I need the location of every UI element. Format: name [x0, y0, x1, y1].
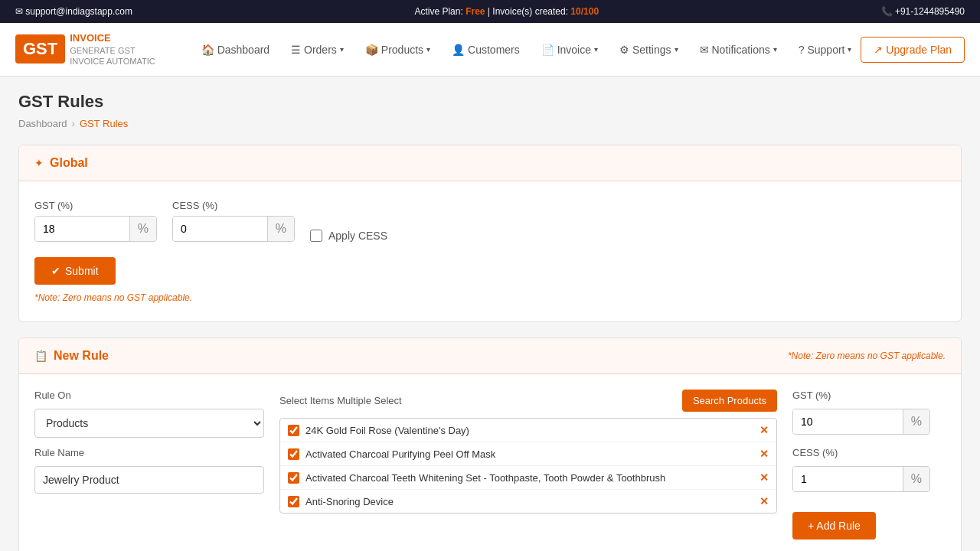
apply-cess-checkbox[interactable] — [310, 230, 322, 242]
gst-cess-section: GST (%) % CESS (%) % + Add Rule — [792, 390, 946, 540]
cess-group: CESS (%) % — [172, 200, 295, 242]
item-name-0: 24K Gold Foil Rose (Valentine's Day) — [305, 425, 753, 436]
global-card-header: ✦ Global — [19, 145, 961, 181]
cess-percent-icon: % — [267, 217, 294, 241]
upgrade-button[interactable]: ↗ Upgrade Plan — [861, 37, 965, 63]
global-form-row: GST (%) % CESS (%) % Apply CESS — [34, 200, 946, 242]
submit-button[interactable]: ✔ Submit — [34, 257, 116, 285]
add-rule-button[interactable]: + Add Rule — [792, 512, 876, 540]
items-header: Select Items Multiple Select Search Prod… — [279, 390, 777, 412]
topbar-plan: Active Plan: Free | Invoice(s) created: … — [414, 6, 599, 17]
new-rule-grid: Rule On Products Customers Categories Ru… — [34, 390, 946, 540]
new-rule-note: *Note: Zero means no GST applicable. — [788, 350, 946, 361]
gst-percent-icon: % — [129, 217, 156, 241]
nav-products[interactable]: 📦 Products ▾ — [356, 37, 439, 62]
new-rule-card-header: 📋 New Rule *Note: Zero means no GST appl… — [19, 338, 961, 374]
nav-links: 🏠 Dashboard ☰ Orders ▾ 📦 Products ▾ 👤 Cu… — [192, 37, 861, 62]
new-rule-body: Rule On Products Customers Categories Ru… — [19, 374, 961, 551]
item-checkbox-1[interactable] — [288, 448, 299, 460]
rule-gst-input[interactable] — [793, 409, 903, 434]
global-card: ✦ Global GST (%) % CESS (%) % — [18, 145, 962, 322]
global-card-title: Global — [50, 156, 88, 170]
rule-cess-group: CESS (%) % — [792, 447, 946, 492]
item-name-3: Anti-Snoring Device — [305, 496, 753, 507]
search-products-button[interactable]: Search Products — [682, 390, 777, 412]
breadcrumb: Dashboard › GST Rules — [18, 118, 962, 129]
list-item: Activated Charcoal Purifying Peel Off Ma… — [280, 442, 776, 466]
nav-right: ↗ Upgrade Plan — [861, 37, 965, 63]
gst-input[interactable] — [35, 217, 129, 241]
breadcrumb-home[interactable]: Dashboard — [18, 118, 67, 129]
rule-on-select[interactable]: Products Customers Categories — [34, 409, 264, 438]
rule-gst-group: GST (%) % — [792, 390, 946, 435]
new-rule-icon: 📋 — [34, 350, 47, 362]
gst-label: GST (%) — [34, 200, 157, 211]
list-item: 24K Gold Foil Rose (Valentine's Day) ✕ — [280, 419, 776, 442]
topbar-email: ✉ support@indiagstapp.com — [15, 6, 132, 17]
logo-icon: GST — [15, 34, 65, 64]
item-checkbox-3[interactable] — [288, 496, 299, 507]
new-rule-header-left: 📋 New Rule — [34, 349, 109, 363]
gst-group: GST (%) % — [34, 200, 157, 242]
global-note: *Note: Zero means no GST applicable. — [34, 292, 946, 303]
new-rule-title: New Rule — [54, 349, 109, 363]
items-section: Select Items Multiple Select Search Prod… — [279, 390, 777, 514]
rule-gst-percent-icon: % — [903, 409, 929, 434]
rule-on-label: Rule On — [34, 390, 264, 401]
breadcrumb-separator: › — [72, 118, 75, 129]
rule-name-group: Rule Name — [34, 447, 264, 494]
item-remove-1[interactable]: ✕ — [760, 448, 769, 460]
cess-input-wrapper: % — [172, 216, 295, 242]
rule-name-input[interactable] — [34, 466, 264, 494]
nav-invoice[interactable]: 📄 Invoice ▾ — [532, 37, 607, 62]
page-title: GST Rules — [18, 92, 962, 112]
item-name-1: Activated Charcoal Purifying Peel Off Ma… — [305, 448, 753, 460]
apply-cess-row: Apply CESS — [310, 230, 387, 242]
rule-on-section: Rule On Products Customers Categories Ru… — [34, 390, 264, 494]
topbar-phone: 📞 +91-1244895490 — [881, 6, 965, 17]
item-remove-0[interactable]: ✕ — [760, 424, 769, 436]
rule-cess-percent-icon: % — [903, 467, 929, 491]
list-item: Anti-Snoring Device ✕ — [280, 490, 776, 513]
global-card-header-left: ✦ Global — [34, 156, 88, 170]
items-list: 24K Gold Foil Rose (Valentine's Day) ✕ A… — [279, 418, 777, 514]
list-item: Activated Charcoal Teeth Whitening Set -… — [280, 466, 776, 490]
navbar: GST INVOICE GENERATE GST INVOICE AUTOMAT… — [0, 23, 980, 77]
rule-name-label: Rule Name — [34, 447, 264, 458]
nav-settings[interactable]: ⚙ Settings ▾ — [610, 37, 687, 62]
item-checkbox-0[interactable] — [288, 425, 299, 436]
item-checkbox-2[interactable] — [288, 472, 299, 484]
global-card-body: GST (%) % CESS (%) % Apply CESS — [19, 181, 961, 321]
nav-support[interactable]: ? Support ▾ — [789, 37, 861, 62]
cess-input[interactable] — [173, 217, 267, 241]
breadcrumb-current: GST Rules — [80, 118, 128, 129]
apply-cess-label[interactable]: Apply CESS — [328, 230, 387, 242]
rule-cess-input-wrapper: % — [792, 466, 930, 492]
new-rule-card: 📋 New Rule *Note: Zero means no GST appl… — [18, 337, 962, 551]
rule-gst-input-wrapper: % — [792, 409, 930, 435]
topbar: ✉ support@indiagstapp.com Active Plan: F… — [0, 0, 980, 23]
items-header-label: Select Items Multiple Select — [279, 395, 402, 406]
gst-input-wrapper: % — [34, 216, 157, 242]
nav-notifications[interactable]: ✉ Notifications ▾ — [691, 37, 786, 62]
item-remove-3[interactable]: ✕ — [760, 495, 769, 507]
nav-orders[interactable]: ☰ Orders ▾ — [282, 37, 353, 62]
nav-dashboard[interactable]: 🏠 Dashboard — [192, 37, 279, 62]
page-content: GST Rules Dashboard › GST Rules ✦ Global… — [0, 77, 980, 551]
logo[interactable]: GST INVOICE GENERATE GST INVOICE AUTOMAT… — [15, 32, 162, 67]
nav-customers[interactable]: 👤 Customers — [443, 37, 529, 62]
item-name-2: Activated Charcoal Teeth Whitening Set -… — [305, 472, 753, 484]
rule-on-group: Rule On Products Customers Categories — [34, 390, 264, 438]
logo-text: INVOICE GENERATE GST INVOICE AUTOMATIC — [70, 32, 162, 67]
submit-check-icon: ✔ — [51, 265, 60, 277]
cess-label: CESS (%) — [172, 200, 295, 211]
rule-gst-label: GST (%) — [792, 390, 946, 401]
item-remove-2[interactable]: ✕ — [760, 471, 769, 484]
rule-cess-label: CESS (%) — [792, 447, 946, 458]
rule-cess-input[interactable] — [793, 467, 903, 491]
global-icon: ✦ — [34, 157, 44, 169]
